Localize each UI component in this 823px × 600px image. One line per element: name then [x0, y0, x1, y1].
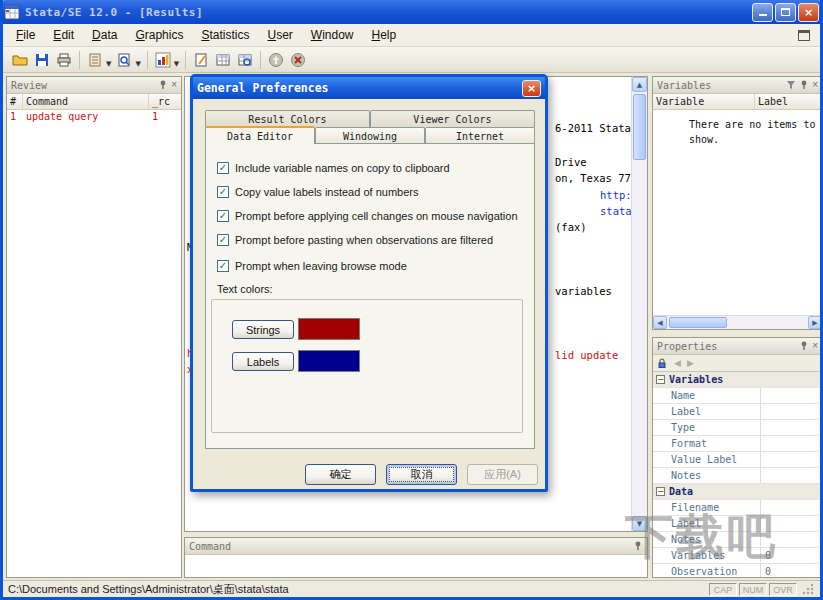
results-link-fragment[interactable]: http:	[600, 189, 632, 201]
menu-help[interactable]: Help	[363, 25, 406, 45]
do-file-editor-button[interactable]	[190, 49, 212, 71]
status-bar: C:\Documents and Settings\Administrator\…	[3, 580, 820, 597]
collapse-icon[interactable]: −	[656, 487, 665, 496]
dialog-title-bar[interactable]: General Preferences ×	[193, 77, 545, 99]
variables-col-label[interactable]: Label	[755, 94, 822, 109]
dialog-close-button[interactable]: ×	[522, 80, 541, 97]
strings-color-button[interactable]: Strings	[232, 320, 294, 339]
viewer-dropdown-icon[interactable]: ▼	[135, 60, 140, 68]
menu-edit[interactable]: Edit	[44, 25, 83, 45]
close-panel-icon[interactable]: ×	[812, 341, 818, 351]
close-button[interactable]: ×	[798, 3, 819, 22]
clear-more-button[interactable]	[265, 49, 287, 71]
scroll-down-icon[interactable]: ▼	[632, 516, 647, 531]
tab-viewer-colors[interactable]: Viewer Colors	[370, 110, 535, 127]
labels-color-button[interactable]: Labels	[232, 352, 294, 371]
general-preferences-dialog: General Preferences × Result Colors View…	[190, 74, 548, 492]
properties-row-value-label[interactable]: Value Label	[653, 452, 822, 468]
pin-icon[interactable]	[633, 541, 643, 551]
checkbox-icon[interactable]: ✓	[217, 260, 229, 272]
close-panel-icon[interactable]: ×	[812, 80, 818, 90]
variables-horizontal-scrollbar[interactable]: ◀ ▶	[653, 315, 822, 329]
checkbox-prompt-leaving-browse[interactable]: ✓ Prompt when leaving browse mode	[217, 259, 407, 273]
resize-grip[interactable]	[801, 582, 815, 596]
review-col-num[interactable]: #	[7, 94, 23, 109]
menu-statistics[interactable]: Statistics	[192, 25, 258, 45]
cancel-button[interactable]: 取消	[386, 464, 457, 485]
data-editor-button[interactable]	[212, 49, 234, 71]
graph-button[interactable]	[152, 49, 174, 71]
checkbox-icon[interactable]: ✓	[217, 162, 229, 174]
nav-forward-icon[interactable]: ▶	[687, 358, 694, 368]
properties-group-data[interactable]: − Data	[653, 484, 822, 500]
tab-windowing[interactable]: Windowing	[315, 127, 425, 144]
checkbox-icon[interactable]: ✓	[217, 234, 229, 246]
properties-row-data-label[interactable]: Label	[653, 516, 822, 532]
review-panel-title: Review	[11, 80, 47, 91]
viewer-button[interactable]	[113, 49, 135, 71]
properties-row-notes[interactable]: Notes	[653, 468, 822, 484]
pin-icon[interactable]	[158, 80, 168, 90]
mdi-restore-icon[interactable]	[798, 30, 810, 41]
checkbox-icon[interactable]: ✓	[217, 186, 229, 198]
results-link-fragment[interactable]: stata	[600, 205, 632, 217]
save-button[interactable]	[31, 49, 53, 71]
pin-icon[interactable]	[799, 341, 809, 351]
tab-data-editor[interactable]: Data Editor	[205, 126, 315, 144]
properties-row-filename[interactable]: Filename	[653, 500, 822, 516]
data-browser-button[interactable]	[234, 49, 256, 71]
scroll-up-icon[interactable]: ▲	[632, 77, 647, 92]
scrollbar-thumb[interactable]	[669, 317, 727, 328]
review-row[interactable]: 1 update query 1	[7, 110, 181, 125]
log-dropdown-icon[interactable]: ▼	[106, 60, 111, 68]
collapse-icon[interactable]: −	[656, 375, 665, 384]
close-panel-icon[interactable]: ×	[171, 80, 177, 90]
checkbox-prompt-pasting-filtered[interactable]: ✓ Prompt before pasting when observation…	[217, 233, 493, 247]
review-col-command[interactable]: Command	[23, 94, 149, 109]
properties-row-observations[interactable]: Observation 0	[653, 564, 822, 578]
scroll-left-icon[interactable]: ◀	[653, 316, 667, 329]
ok-button[interactable]: 确定	[305, 464, 376, 485]
properties-row-type[interactable]: Type	[653, 420, 822, 436]
print-button[interactable]	[53, 49, 75, 71]
scrollbar-thumb[interactable]	[633, 94, 646, 160]
menu-graphics[interactable]: Graphics	[126, 25, 192, 45]
checkbox-icon[interactable]: ✓	[217, 210, 229, 222]
menu-data[interactable]: Data	[83, 25, 126, 45]
properties-row-variables-count[interactable]: Variables 0	[653, 548, 822, 564]
checkbox-prompt-cell-changes[interactable]: ✓ Prompt before applying cell changes on…	[217, 209, 518, 223]
review-column-headers: # Command _rc	[7, 94, 181, 110]
pin-icon[interactable]	[799, 80, 809, 90]
properties-row-format[interactable]: Format	[653, 436, 822, 452]
title-bar[interactable]: Stata/SE 12.0 - [Results] ×	[0, 0, 823, 24]
log-button[interactable]	[84, 49, 106, 71]
checkbox-include-variable-names[interactable]: ✓ Include variable names on copy to clip…	[217, 161, 450, 175]
menu-file[interactable]: File	[7, 25, 44, 45]
review-col-rc[interactable]: _rc	[149, 94, 181, 109]
close-icon: ×	[804, 6, 813, 19]
tab-internet[interactable]: Internet	[425, 127, 535, 144]
variables-col-variable[interactable]: Variable	[653, 94, 755, 109]
tab-result-colors[interactable]: Result Colors	[205, 110, 370, 127]
properties-row-name[interactable]: Name	[653, 388, 822, 404]
scroll-right-icon[interactable]: ▶	[808, 316, 822, 329]
break-button[interactable]	[287, 49, 309, 71]
menu-user[interactable]: User	[258, 25, 301, 45]
properties-row-data-notes[interactable]: Notes	[653, 532, 822, 548]
text-colors-label: Text colors:	[217, 283, 273, 295]
lock-icon[interactable]	[656, 357, 668, 369]
nav-back-icon[interactable]: ◀	[674, 358, 681, 368]
properties-row-label[interactable]: Label	[653, 404, 822, 420]
checkbox-copy-value-labels[interactable]: ✓ Copy value labels instead of numbers	[217, 185, 418, 199]
open-button[interactable]	[9, 49, 31, 71]
results-vertical-scrollbar[interactable]: ▲ ▼	[631, 77, 647, 531]
maximize-button[interactable]	[775, 3, 796, 22]
graph-dropdown-icon[interactable]: ▼	[174, 60, 179, 68]
minimize-button[interactable]	[752, 3, 773, 22]
command-input[interactable]	[185, 555, 647, 577]
menu-window[interactable]: Window	[302, 25, 363, 45]
results-error-fragment: lid update	[555, 349, 618, 361]
filter-icon[interactable]	[786, 80, 796, 90]
properties-group-variables[interactable]: − Variables	[653, 372, 822, 388]
review-row-num: 1	[7, 110, 23, 125]
